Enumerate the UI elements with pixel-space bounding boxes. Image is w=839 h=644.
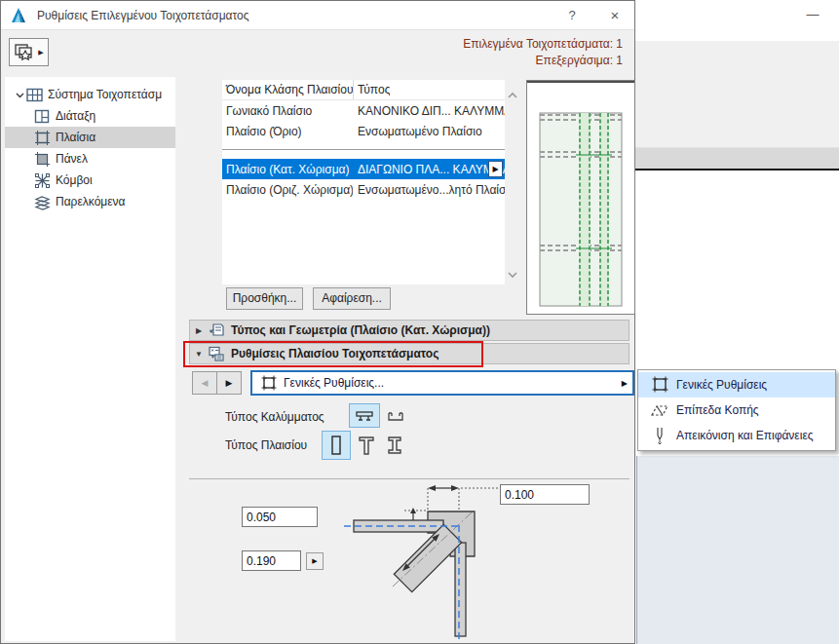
cell-type: ΔΙΑΓΩΝΙΟ ΠΛΑ... ΚΑΛΥΜΜΑ 22 xyxy=(353,163,505,176)
frame-type-option-ibeam[interactable] xyxy=(381,431,408,460)
curtain-wall-settings-dialog: Ρυθμίσεις Επιλεγμένου Τοιχοπετάσματος ? … xyxy=(0,0,635,644)
table-header-row[interactable]: Όνομα Κλάσης Πλαισίου Τύπος xyxy=(222,80,505,100)
accessories-icon xyxy=(34,194,51,210)
table-scrollbar[interactable] xyxy=(505,80,520,284)
system-grid-icon xyxy=(26,87,43,103)
frame-type-option-rect[interactable] xyxy=(322,431,351,460)
info-bar: ▶ Επιλεγμένα Τοιχοπετάσματα: 1 Επεξεργάσ… xyxy=(1,30,634,77)
corner-diagram xyxy=(1,480,636,644)
frame-icon xyxy=(34,130,51,146)
sidebar-item-label: Παρελκόμενα xyxy=(56,195,126,208)
help-icon[interactable]: ? xyxy=(553,1,591,29)
tree-expander-icon[interactable] xyxy=(13,91,26,99)
remove-button[interactable]: Αφαίρεση... xyxy=(313,287,391,310)
favorites-icon xyxy=(14,44,37,61)
cell-type: ΚΑΝΟΝΙΚΟ ΔΙΠ... ΚΑΛΥΜΜΑ 22 xyxy=(353,104,505,118)
table-row[interactable]: Πλαίσιο (Όριο) Ενσωματωμένο Πλαίσιο xyxy=(222,121,505,141)
cut-planes-icon xyxy=(650,401,669,419)
frame-type-option-tee[interactable] xyxy=(354,431,379,460)
cell-name: Πλαίσιο (Οριζ. Χώρισμα) xyxy=(222,183,353,197)
panel-header-type-geometry[interactable]: ▶ Τύπος και Γεωμετρία (Πλαίσιο (Κατ. Χώρ… xyxy=(189,320,629,341)
scheme-icon xyxy=(34,108,51,125)
general-settings-icon xyxy=(260,375,278,391)
sidebar-item-frames[interactable]: Πλαίσια xyxy=(5,127,175,148)
table-row[interactable]: Πλαίσιο (Οριζ. Χώρισμα) Ενσωματωμένο...λ… xyxy=(222,179,505,200)
cap-type-option-2[interactable] xyxy=(382,403,409,428)
ibeam-profile-icon xyxy=(385,435,404,456)
sidebar-item-scheme[interactable]: Διάταξη xyxy=(5,105,175,127)
frame-class-table: Όνομα Κλάσης Πλαισίου Τύπος Γωνιακό Πλαί… xyxy=(222,80,505,284)
table-group-separator xyxy=(222,149,505,150)
sidebar-item-junctions[interactable]: Κόμβοι xyxy=(5,170,175,191)
collapse-arrow-icon[interactable]: ▶ xyxy=(190,326,208,335)
menu-item-label: Επίπεδα Κοπής xyxy=(676,403,759,417)
nav-back-button[interactable]: ◀ xyxy=(192,371,217,395)
tee-profile-icon xyxy=(357,435,376,456)
sidebar-item-accessories[interactable]: Παρελκόμενα xyxy=(5,191,175,212)
expand-arrow-icon[interactable]: ▼ xyxy=(190,350,208,359)
sidebar-item-panels[interactable]: Πάνελ xyxy=(5,148,175,170)
cell-name: Γωνιακό Πλαίσιο xyxy=(222,104,353,118)
selected-count-label: Επιλεγμένα Τοιχοπετάσματα: 1 xyxy=(463,36,623,53)
menu-item-label: Γενικές Ρυθμίσεις xyxy=(676,378,767,392)
sidebar-item-curtain-wall-system[interactable]: Σύστημα Τοιχοπετάσμ xyxy=(5,84,175,105)
minimize-icon[interactable]: — xyxy=(795,2,830,27)
column-header-name[interactable]: Όνομα Κλάσης Πλαισίου xyxy=(222,83,353,96)
menu-item-label: Απεικόνιση και Επιφάνειες xyxy=(676,429,814,442)
favorites-button[interactable]: ▶ xyxy=(9,38,49,66)
cap-type-option-1[interactable] xyxy=(349,403,380,428)
sidebar-item-label: Σύστημα Τοιχοπετάσμ xyxy=(48,88,162,101)
panel-header-label: Τύπος και Γεωμετρία (Πλαίσιο (Κατ. Χώρισ… xyxy=(231,323,490,337)
settings-panel-icon xyxy=(208,346,225,361)
nav-forward-button[interactable]: ▶ xyxy=(216,371,242,395)
sidebar-item-label: Διάταξη xyxy=(56,109,95,123)
settings-page-dropdown[interactable]: Γενικές Ρυθμίσεις... ▶ xyxy=(250,370,634,396)
section-separator xyxy=(189,478,629,479)
cap-type-label: Τύπος Καλύμματος xyxy=(225,410,324,424)
favorites-flyout-arrow-icon: ▶ xyxy=(38,49,43,57)
cap-profile-a-icon xyxy=(355,408,374,424)
dialog-title: Ρυθμίσεις Επιλεγμένου Τοιχοπετάσματος xyxy=(37,9,249,22)
table-row-selected[interactable]: Πλαίσιο (Κατ. Χώρισμα) ΔΙΑΓΩΝΙΟ ΠΛΑ... Κ… xyxy=(222,159,505,179)
curtain-wall-preview[interactable] xyxy=(526,80,635,315)
background-toolbar-band xyxy=(635,41,839,148)
junction-icon xyxy=(34,172,51,189)
settings-page-menu: Γενικές Ρυθμίσεις Επίπεδα Κοπής Απεικόνι… xyxy=(637,369,836,451)
row-flyout-button[interactable]: ▶ xyxy=(488,161,503,177)
cell-type: Ενσωματωμένο Πλαίσιο xyxy=(353,125,482,138)
preview-drawing xyxy=(527,81,634,314)
screen: — Ρυθμίσεις Επιλεγμένου Τοιχοπετάσματος … xyxy=(0,0,839,644)
panel-header-label: Ρυθμίσεις Πλαισίου Τοιχοπετάσματος xyxy=(231,347,439,360)
title-bar[interactable]: Ρυθμίσεις Επιλεγμένου Τοιχοπετάσματος ? … xyxy=(1,1,634,30)
panel-header-frame-settings[interactable]: ▼ Ρυθμίσεις Πλαισίου Τοιχοπετάσματος xyxy=(189,343,629,364)
column-header-type[interactable]: Τύπος xyxy=(353,80,390,99)
background-tab-band xyxy=(635,148,839,169)
sidebar-item-label: Πλαίσια xyxy=(56,131,95,144)
table-row[interactable]: Γωνιακό Πλαίσιο ΚΑΝΟΝΙΚΟ ΔΙΠ... ΚΑΛΥΜΜΑ … xyxy=(222,100,505,121)
add-button[interactable]: Προσθήκη... xyxy=(226,287,303,310)
cell-type: Ενσωματωμένο...λητό Πλαίσιο xyxy=(353,183,505,197)
background-separator xyxy=(635,169,839,170)
sidebar-item-label: Κόμβοι xyxy=(56,173,93,187)
editable-count-label: Επεξεργάσιμα: 1 xyxy=(463,53,623,69)
cap-profile-b-icon xyxy=(386,408,405,424)
close-icon[interactable]: × xyxy=(595,1,634,29)
background-drawing-area xyxy=(636,456,839,644)
display-surfaces-icon xyxy=(650,427,669,444)
rect-profile-icon xyxy=(326,435,346,456)
menu-item-cut-planes[interactable]: Επίπεδα Κοπής xyxy=(638,398,835,423)
scroll-up-icon[interactable] xyxy=(507,92,518,99)
scroll-down-icon[interactable] xyxy=(507,271,518,279)
dropdown-arrow-icon: ▶ xyxy=(622,379,628,388)
menu-item-general-settings[interactable]: Γενικές Ρυθμίσεις xyxy=(638,372,835,398)
menu-item-display-surfaces[interactable]: Απεικόνιση και Επιφάνειες xyxy=(638,423,835,448)
geometry-panel-icon xyxy=(208,322,225,338)
frame-type-label: Τύπος Πλαισίου xyxy=(225,438,307,452)
cell-name: Πλαίσιο (Κατ. Χώρισμα) xyxy=(222,163,353,176)
sidebar-item-label: Πάνελ xyxy=(56,152,88,166)
app-logo-icon xyxy=(10,7,27,24)
panel-icon xyxy=(34,151,51,168)
dropdown-label: Γενικές Ρυθμίσεις... xyxy=(284,376,384,390)
cell-name: Πλαίσιο (Όριο) xyxy=(222,125,353,138)
general-settings-icon xyxy=(650,376,669,394)
